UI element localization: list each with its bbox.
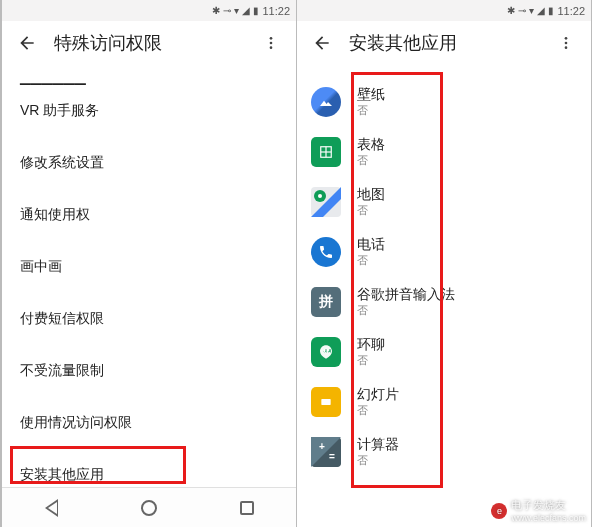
nav-home-button[interactable] [140,499,158,517]
app-name: 计算器 [357,437,399,453]
app-status: 否 [357,203,385,217]
app-row[interactable]: += 计算器 否 [297,427,591,477]
app-status: 否 [357,453,399,467]
battery-icon: ▮ [253,5,259,16]
key-icon: ⊸ [518,5,526,16]
svg-point-4 [565,42,568,45]
app-list: 壁纸 否 表格 否 地图 否 [297,65,591,477]
app-name: 壁纸 [357,87,385,103]
maps-icon [311,187,341,217]
more-vert-icon [558,35,574,51]
svg-point-3 [565,37,568,40]
app-status: 否 [357,353,385,367]
svg-point-0 [270,37,273,40]
svg-point-1 [270,42,273,45]
app-name: 谷歌拼音输入法 [357,287,455,303]
svg-point-5 [565,46,568,49]
list-item[interactable]: 修改系统设置 [2,137,296,189]
wifi-icon: ▾ [529,5,534,16]
app-row[interactable]: 壁纸 否 [297,77,591,127]
key-icon: ⊸ [223,5,231,16]
list-item[interactable]: VR 助手服务 [2,85,296,137]
status-bar: ✱ ⊸ ▾ ◢ ▮ 11:22 [2,0,296,21]
status-time: 11:22 [262,5,290,17]
watermark-text: 电子发烧友 [511,498,586,513]
sheets-icon [311,137,341,167]
watermark-logo-icon: e [491,503,507,519]
app-header: 特殊访问权限 [2,21,296,65]
watermark: e 电子发烧友 www.elecfans.com [491,498,586,523]
list-item[interactable]: 不受流量限制 [2,345,296,397]
more-button[interactable] [549,35,583,51]
list-item[interactable]: 使用情况访问权限 [2,397,296,449]
app-status: 否 [357,403,399,417]
svg-rect-12 [321,399,330,405]
list-item[interactable]: 付费短信权限 [2,293,296,345]
list-item[interactable]: 通知使用权 [2,189,296,241]
hangouts-icon [311,337,341,367]
app-header: 安装其他应用 [297,21,591,65]
app-status: 否 [357,103,385,117]
bluetooth-icon: ✱ [212,5,220,16]
app-name: 表格 [357,137,385,153]
app-row[interactable]: 拼 谷歌拼音输入法 否 [297,277,591,327]
app-name: 环聊 [357,337,385,353]
app-row[interactable]: 幻灯片 否 [297,377,591,427]
slides-icon [311,387,341,417]
svg-text:=: = [329,451,335,462]
nav-recent-button[interactable] [238,499,256,517]
page-title: 安装其他应用 [349,31,549,55]
list-item[interactable]: 画中画 [2,241,296,293]
app-row[interactable]: 电话 否 [297,227,591,277]
app-name: 电话 [357,237,385,253]
app-status: 否 [357,253,385,267]
app-status: 否 [357,303,455,317]
svg-point-2 [270,46,273,49]
list-item[interactable]: ▂▂▂▂▂▂ [2,71,296,85]
app-name: 地图 [357,187,385,203]
back-button[interactable] [305,26,339,60]
app-name: 幻灯片 [357,387,399,403]
nav-back-button[interactable] [42,499,60,517]
navigation-bar [2,487,296,527]
back-button[interactable] [10,26,44,60]
svg-point-11 [318,194,322,198]
more-vert-icon [263,35,279,51]
status-bar: ✱ ⊸ ▾ ◢ ▮ 11:22 [297,0,591,21]
app-row[interactable]: 表格 否 [297,127,591,177]
watermark-url: www.elecfans.com [511,513,586,523]
bluetooth-icon: ✱ [507,5,515,16]
more-button[interactable] [254,35,288,51]
app-status: 否 [357,153,385,167]
calculator-icon: += [311,437,341,467]
page-title: 特殊访问权限 [54,31,254,55]
signal-icon: ◢ [242,5,250,16]
wifi-icon: ▾ [234,5,239,16]
svg-text:+: + [319,441,325,452]
battery-icon: ▮ [548,5,554,16]
phone-screen-left: ✱ ⊸ ▾ ◢ ▮ 11:22 特殊访问权限 ▂▂▂▂▂▂ VR 助手服务 修改… [2,0,296,527]
app-row[interactable]: 环聊 否 [297,327,591,377]
arrow-back-icon [17,33,37,53]
wallpaper-icon [311,87,341,117]
pinyin-icon: 拼 [311,287,341,317]
arrow-back-icon [312,33,332,53]
phone-screen-right: ✱ ⊸ ▾ ◢ ▮ 11:22 安装其他应用 壁纸 否 [297,0,591,527]
app-row[interactable]: 地图 否 [297,177,591,227]
settings-list: ▂▂▂▂▂▂ VR 助手服务 修改系统设置 通知使用权 画中画 付费短信权限 不… [2,65,296,501]
status-time: 11:22 [557,5,585,17]
phone-icon [311,237,341,267]
signal-icon: ◢ [537,5,545,16]
